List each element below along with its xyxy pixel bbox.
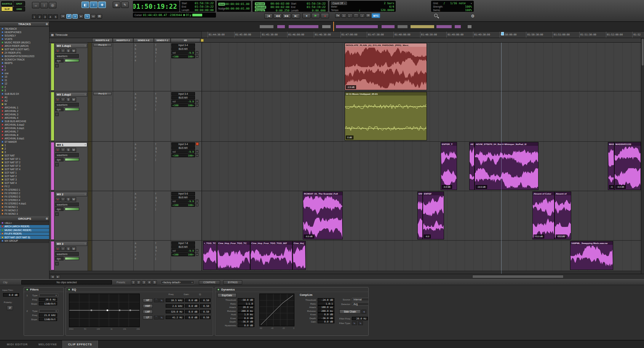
audio-clip[interactable]: Absent of+5.0 dB [555,192,571,239]
insert-slot[interactable]: Pro-Q 3 [93,43,112,47]
insert-slot[interactable]: ·▾ [113,153,133,157]
send-slot[interactable]: a [134,241,153,245]
send-slot[interactable]: i [154,203,170,207]
send-slot[interactable]: c [134,51,153,54]
sidebar-track-item[interactable]: A2 [0,99,49,102]
layered-editing-icon[interactable]: ▤ [97,14,102,19]
param-value[interactable]: 0.0 dB [318,313,334,316]
sidebar-track-item[interactable]: SOT NAT 4 [0,181,49,185]
insert-slot[interactable]: ·▾ [93,195,112,199]
insert-slot[interactable]: ·▾ [93,99,112,103]
eq-freq-value[interactable]: 41.2 Hz [166,316,184,319]
audio-clip[interactable]: Cine_Hoj [292,241,306,270]
audio-clip[interactable]: 100PML_Swapping Meds.wav.ne [570,241,613,270]
track-name[interactable]: MX 1.dup1▾ [55,43,87,48]
insert-slot[interactable]: ·▾ [93,157,112,161]
sidebar-track-item[interactable]: ARCHIVAL 4 [0,116,49,120]
insert-slot[interactable]: ·▾ [93,252,112,256]
insert-slot[interactable]: ·▾ [93,203,112,207]
link-timeline-selection-icon[interactable]: ⇄ [66,14,72,19]
insert-slot[interactable]: ·▾ [93,54,112,58]
sidebar-track-item[interactable]: ARCHIVAL 8.dup1 [0,137,49,140]
insert-slot[interactable]: ·▾ [93,150,112,153]
track-height-toggle-icon[interactable]: ↕ [55,64,59,67]
pre-roll-icon[interactable]: ‖◂ [335,13,340,18]
send-slot[interactable]: g [154,96,170,99]
preset-button-1[interactable]: 1 [131,280,136,284]
record-enable-button[interactable]: ● [55,148,60,152]
insert-slot[interactable]: ·▾ [113,252,133,256]
clip-gain-badge[interactable]: +5.0 dB [556,235,566,238]
send-slot[interactable]: d [134,252,153,256]
mute-button[interactable]: M [71,148,76,152]
track-view-selector[interactable]: waveform [55,153,79,157]
send-slot[interactable]: h [154,249,170,252]
post-roll-value[interactable]: 00:00:02:00 [270,5,289,9]
sel-length-value[interactable]: 00:00:00:00 [195,8,214,12]
preset-button-3[interactable]: 3 [142,280,146,284]
clip-gain-badge[interactable]: -6.0 dB [615,185,626,189]
eq-freq-value[interactable]: 329.0 Hz [166,310,184,313]
elastic-audio-selector[interactable]: dyn [55,59,64,62]
param-value[interactable]: 0.0 dB [238,324,254,327]
track-height-toggle-icon[interactable]: ↕ [55,262,59,265]
mute-button[interactable]: M [71,247,76,251]
sidebar-track-item[interactable]: SOT NAT 3 [0,178,49,181]
count-off-icon[interactable]: ♩ [347,13,353,18]
zoom-vertical-icon[interactable]: ↕ [40,2,48,8]
clip-gain-badge[interactable]: -10.0 dB [476,185,487,189]
edit-mode-shuffle[interactable]: SHUFFLE [1,1,13,6]
eq-freq-value[interactable]: 2.6 kHz [166,304,184,308]
send-slot[interactable]: j [154,256,170,260]
tracks-menu-icon[interactable]: ◉ [46,22,48,26]
post-roll-badge[interactable]: Post-roll [255,6,266,9]
insert-slot[interactable]: ·▾ [113,195,133,199]
insert-slot[interactable]: ·▾ [93,153,112,157]
insert-plugin-button[interactable]: Pro-Q 3 [93,43,112,46]
main-counter[interactable]: 01:50:19:22 ▾ [133,1,179,12]
plus-icon[interactable]: + [196,104,198,107]
track-height-toggle-icon[interactable]: ↕ [55,212,59,216]
volume-readout[interactable]: vol-9.9 [171,249,195,252]
insert-slot[interactable]: ·▾ [113,199,133,203]
send-slot[interactable]: e [134,157,153,161]
param-value[interactable]: -36.0 dB [238,320,254,323]
send-slot[interactable]: b [134,96,153,99]
eq-q-value[interactable]: 0.50 [200,316,211,319]
sel-start-value[interactable]: 01:50:19:22 [195,2,214,5]
volume-readout[interactable]: vol-9.9 [171,100,195,103]
clip-gain-badge[interactable]: -6.0 [424,235,431,238]
eq-power-icon[interactable] [68,288,70,291]
sidebar-track-item[interactable]: one [0,72,49,75]
elastic-audio-selector[interactable]: dyn [55,158,64,161]
insert-slot[interactable]: ·▾ [113,245,133,249]
filter-slope-value[interactable]: 12dB/Oct [39,302,57,305]
preset-dropdown[interactable]: <factory default>▾ [161,280,194,284]
track-lane[interactable]: ENTER_T-6.0 dBAEAEVM_STS070_04_But A Whi… [202,142,641,191]
midi-merge-icon[interactable]: ⌒ [353,13,359,18]
track-view-selector[interactable]: waveform [55,54,79,58]
input-trim-value[interactable]: 0.0 dB [3,293,19,297]
automation-follows-edit-icon[interactable]: ▭ [91,14,96,19]
sidebar-track-item[interactable]: 3 [0,89,49,92]
track-color-strip[interactable] [51,241,54,270]
dynamics-power-icon[interactable] [217,288,220,291]
preset-button-5[interactable]: 5 [152,280,157,284]
sel-end-value[interactable]: 01:50:19:22 [195,5,214,8]
timeline-insertion-marker[interactable] [501,32,504,35]
sidebar-track-item[interactable]: ARCHIVAL 2 [0,109,49,113]
exp-gate-button[interactable]: Exp/Gate [217,293,237,297]
trim-tool-icon[interactable]: ◧ [81,2,89,8]
polarity-button[interactable]: Ø [7,305,13,310]
sidebar-track-item[interactable]: FX 2 [0,185,49,188]
solo-button[interactable]: S [66,97,71,102]
chevron-down-icon[interactable]: ▾ [471,2,472,5]
audio-clip[interactable]: Cine_Hop_Four_TGO_TC [217,241,250,270]
param-value[interactable]: 1.0 ms [238,313,254,316]
group-item[interactable]: FX (FX RIDER) [0,232,49,236]
compare-button[interactable]: COMPARE [199,280,220,284]
roll-end-value[interactable]: 01:50:19:22 [307,5,326,9]
record-enable-button[interactable]: ● [55,247,60,251]
send-slot[interactable]: h [154,99,170,103]
horizontal-scroll-thumb[interactable] [472,275,564,278]
